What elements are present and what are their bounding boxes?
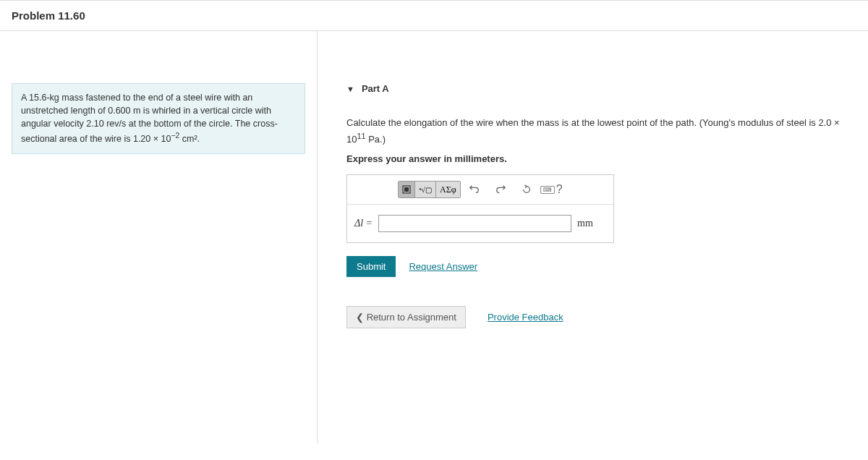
sub-instruction: Express your answer in millimeters. [346, 153, 854, 164]
help-icon[interactable]: ? [556, 183, 563, 196]
problem-statement: A 15.6-kg mass fastened to the end of a … [12, 83, 305, 154]
chevron-left-icon: ❮ [356, 312, 367, 323]
problem-header: Problem 11.60 [0, 0, 868, 31]
format-tool-group: ⁿ√▢ ΑΣφ [398, 181, 460, 198]
submit-row: Submit Request Answer [346, 256, 854, 277]
variable-label: Δl = [354, 218, 373, 229]
submit-button[interactable]: Submit [346, 256, 396, 277]
unit-label: mm [577, 218, 606, 229]
right-panel: ▼ Part A Calculate the elongation of the… [317, 31, 868, 443]
redo-icon[interactable] [491, 182, 510, 197]
greek-button[interactable]: ΑΣφ [436, 182, 460, 197]
templates-button[interactable] [399, 182, 415, 197]
footer-row: ❮ Return to Assignment Provide Feedback [346, 306, 854, 328]
math-button[interactable]: ⁿ√▢ [415, 182, 436, 197]
request-answer-link[interactable]: Request Answer [409, 261, 477, 272]
instruction-text: Calculate the elongation of the wire whe… [346, 116, 854, 146]
keyboard-icon[interactable]: ⌨ [540, 186, 555, 194]
answer-area: ⁿ√▢ ΑΣφ ⌨ ? Δl = mm [346, 174, 614, 243]
problem-title: Problem 11.60 [12, 9, 856, 22]
collapse-icon[interactable]: ▼ [346, 85, 354, 93]
return-button[interactable]: ❮ Return to Assignment [346, 306, 466, 328]
main-content: A 15.6-kg mass fastened to the end of a … [0, 31, 868, 443]
svg-rect-1 [404, 187, 409, 192]
answer-input-row: Δl = mm [347, 205, 613, 242]
provide-feedback-link[interactable]: Provide Feedback [488, 312, 563, 323]
part-header: ▼ Part A [346, 83, 854, 94]
undo-icon[interactable] [465, 182, 484, 197]
input-toolbar: ⁿ√▢ ΑΣφ ⌨ ? [347, 175, 613, 205]
part-title: Part A [362, 83, 389, 94]
reset-icon[interactable] [517, 182, 536, 197]
answer-input[interactable] [378, 215, 571, 232]
left-panel: A 15.6-kg mass fastened to the end of a … [0, 31, 317, 443]
